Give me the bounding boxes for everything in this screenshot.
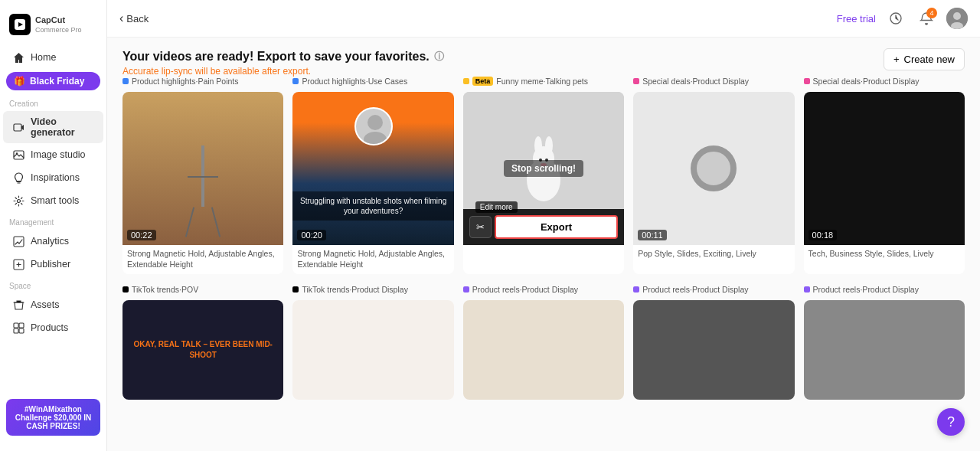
sidebar-item-smart-tools-label: Smart tools bbox=[31, 195, 79, 206]
sidebar-item-inspirations-label: Inspirations bbox=[31, 172, 80, 183]
notification-badge: 4 bbox=[926, 8, 937, 18]
video-thumb-r2-4 bbox=[804, 300, 965, 400]
topbar-right: Free trial 4 bbox=[837, 8, 968, 29]
tag-color-3 bbox=[633, 78, 639, 84]
sidebar-item-image-studio[interactable]: Image studio bbox=[3, 143, 103, 166]
edit-more-button[interactable]: ✂ bbox=[469, 216, 492, 238]
video-thumb-2: Stop scrolling! Edit more ✂ Export bbox=[463, 92, 624, 245]
video-card-r2-1[interactable] bbox=[292, 300, 453, 400]
free-trial-button[interactable]: Free trial bbox=[837, 13, 876, 25]
tag-row2-1: TikTok trends·Product Display bbox=[292, 285, 453, 294]
video-card-2[interactable]: Stop scrolling! Edit more ✂ Export bbox=[463, 92, 624, 274]
video-card-0[interactable]: 00:22 Strong Magnetic Hold, Adjustable A… bbox=[122, 92, 283, 274]
tag-row1-0: Product highlights·Pain Points bbox=[122, 77, 283, 86]
sidebar-item-image-studio-label: Image studio bbox=[31, 149, 86, 160]
tiktok-caption-text: OKAY, REAL TALK – EVER BEEN MID-SHOOT bbox=[129, 339, 277, 361]
logo: CapCut Commerce Pro bbox=[0, 9, 106, 46]
sidebar-item-assets[interactable]: Assets bbox=[3, 293, 103, 316]
section-management-label: Management bbox=[0, 212, 106, 230]
tag-beta-label bbox=[463, 78, 469, 84]
video-card-r2-3[interactable] bbox=[633, 300, 794, 400]
scroll-text-2: Stop scrolling! bbox=[504, 160, 583, 177]
analytics-icon bbox=[12, 235, 24, 247]
sidebar-item-products-label: Products bbox=[31, 322, 68, 333]
svg-point-20 bbox=[545, 136, 553, 155]
video-thumb-r2-2 bbox=[463, 300, 624, 400]
sidebar-item-publisher[interactable]: Publisher bbox=[3, 253, 103, 276]
export-overlay-2: Edit more ✂ Export bbox=[463, 209, 624, 245]
page-title: Your videos are ready! Export to save yo… bbox=[122, 50, 444, 64]
video-card-1[interactable]: Struggling with unstable shots when film… bbox=[292, 92, 453, 274]
sidebar-item-video-generator[interactable]: Video generator bbox=[3, 111, 103, 143]
sidebar-item-products[interactable]: Products bbox=[3, 316, 103, 339]
tag-row2-0: TikTok trends·POV bbox=[122, 285, 283, 294]
logo-icon bbox=[9, 14, 31, 35]
promo-banner[interactable]: #WinAMixathon Challenge $20,000 IN CASH … bbox=[6, 399, 100, 436]
video-duration-4: 00:18 bbox=[808, 230, 838, 240]
logo-text: CapCut bbox=[35, 15, 82, 25]
smart-tools-icon bbox=[12, 194, 24, 207]
gift-icon: 🎁 bbox=[14, 76, 25, 87]
video-card-4[interactable]: 00:18 Tech, Business Style, Slides, Live… bbox=[804, 92, 965, 274]
tag-row1-2: Beta Funny meme·Talking pets bbox=[463, 77, 624, 86]
video-card-3[interactable]: 00:11 Pop Style, Slides, Exciting, Livel… bbox=[633, 92, 794, 274]
create-new-button[interactable]: + Create new bbox=[884, 48, 965, 70]
svg-rect-5 bbox=[14, 237, 24, 247]
image-studio-icon bbox=[12, 149, 24, 161]
tag-row1-3: Special deals·Product Display bbox=[633, 77, 794, 86]
content-header: Your videos are ready! Export to save yo… bbox=[122, 50, 965, 77]
sidebar-item-smart-tools[interactable]: Smart tools bbox=[3, 189, 103, 212]
video-card-r2-4[interactable] bbox=[804, 300, 965, 400]
logo-subtext: Commerce Pro bbox=[35, 26, 82, 34]
export-bar: ✂ Export bbox=[469, 215, 618, 239]
video-thumb-0: 00:22 bbox=[122, 92, 283, 245]
video-thumb-r2-3 bbox=[633, 300, 794, 400]
products-icon bbox=[12, 322, 24, 334]
video-card-r2-2[interactable] bbox=[463, 300, 624, 400]
video-desc-3: Pop Style, Slides, Exciting, Lively bbox=[633, 245, 794, 264]
sidebar-item-analytics[interactable]: Analytics bbox=[3, 230, 103, 253]
notifications-button[interactable]: 4 bbox=[916, 8, 937, 29]
row1-tags: Product highlights·Pain Points Product h… bbox=[122, 77, 965, 86]
help-fab[interactable]: ? bbox=[937, 408, 965, 436]
sidebar-item-video-generator-label: Video generator bbox=[31, 116, 94, 138]
info-icon: ⓘ bbox=[434, 50, 444, 64]
tag-row2-2: Product reels·Product Display bbox=[463, 285, 624, 294]
video-thumb-r2-1 bbox=[292, 300, 453, 400]
svg-rect-9 bbox=[14, 328, 18, 333]
video-caption-1: Struggling with unstable shots when film… bbox=[292, 191, 453, 221]
export-button[interactable]: Export bbox=[495, 215, 618, 239]
tag-row2-3: Product reels·Product Display bbox=[633, 285, 794, 294]
video-desc-1: Strong Magnetic Hold, Adjustable Angles,… bbox=[292, 245, 453, 274]
export-subtitle: Accurate lip-sync will be available afte… bbox=[122, 66, 444, 77]
svg-rect-8 bbox=[19, 323, 24, 328]
section-space-label: Space bbox=[0, 276, 106, 293]
video-thumb-4: 00:18 bbox=[804, 92, 965, 245]
video-thumb-1: Struggling with unstable shots when film… bbox=[292, 92, 453, 245]
svg-point-16 bbox=[364, 132, 387, 145]
sidebar-item-black-friday[interactable]: 🎁 Black Friday bbox=[6, 72, 100, 90]
svg-point-13 bbox=[953, 12, 961, 20]
video-grid-row2: OKAY, REAL TALK – EVER BEEN MID-SHOOT bbox=[122, 300, 965, 400]
black-friday-label: Black Friday bbox=[30, 76, 84, 87]
video-desc-0: Strong Magnetic Hold, Adjustable Angles,… bbox=[122, 245, 283, 274]
sidebar-item-home[interactable]: Home bbox=[3, 46, 103, 69]
inspirations-icon bbox=[12, 172, 24, 184]
history-button[interactable] bbox=[885, 8, 906, 29]
svg-point-19 bbox=[534, 136, 542, 155]
video-grid-row1: 00:22 Strong Magnetic Hold, Adjustable A… bbox=[122, 92, 965, 274]
video-desc-2 bbox=[463, 245, 624, 264]
svg-point-4 bbox=[17, 199, 20, 202]
back-button[interactable]: ‹ Back bbox=[119, 11, 149, 25]
sidebar-item-publisher-label: Publisher bbox=[31, 259, 70, 270]
back-arrow-icon: ‹ bbox=[119, 11, 123, 25]
user-avatar[interactable] bbox=[946, 8, 968, 29]
video-duration-0: 00:22 bbox=[127, 230, 156, 240]
svg-rect-1 bbox=[14, 124, 21, 131]
video-duration-1: 00:20 bbox=[297, 230, 326, 240]
video-card-r2-0[interactable]: OKAY, REAL TALK – EVER BEEN MID-SHOOT bbox=[122, 300, 283, 400]
video-thumb-r2-0: OKAY, REAL TALK – EVER BEEN MID-SHOOT bbox=[122, 300, 283, 400]
tag-row2-4: Product reels·Product Display bbox=[804, 285, 965, 294]
sidebar-item-inspirations[interactable]: Inspirations bbox=[3, 166, 103, 189]
svg-rect-7 bbox=[14, 323, 18, 328]
